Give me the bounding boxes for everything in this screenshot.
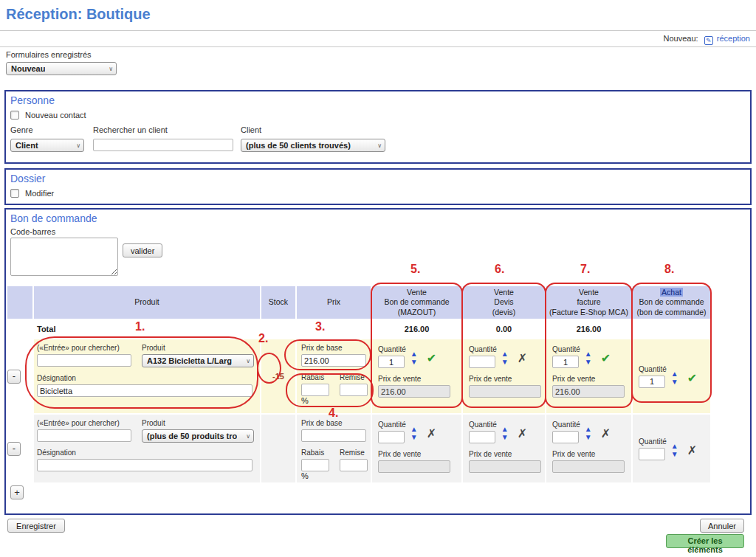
spinner-down-icon[interactable]: ▼ <box>671 378 678 386</box>
saved-forms-select[interactable]: Nouveau ∨ <box>6 62 117 75</box>
spinner-up-icon[interactable]: ▲ <box>585 350 592 358</box>
status-cross-icon: ✗ <box>687 443 697 457</box>
edit-icon: ✎ <box>704 36 713 45</box>
sale-price-label: Prix de vente <box>469 375 542 383</box>
remise-input[interactable] <box>340 459 368 471</box>
chevron-down-icon: ∨ <box>246 358 250 364</box>
sale-price-input[interactable] <box>378 385 450 398</box>
product-search-input[interactable] <box>37 429 131 442</box>
remove-row-button[interactable]: - <box>7 442 21 456</box>
column-header-achat: Achat Bon de commande (bon de commande) <box>633 286 710 319</box>
quantity-label: Quantité <box>469 421 497 429</box>
quantity-spinner: ▲ ▼ <box>585 350 592 366</box>
quantity-input[interactable] <box>552 356 579 368</box>
genre-value: Client <box>16 141 38 150</box>
sale-price-input[interactable] <box>469 460 541 473</box>
rabais-input[interactable] <box>301 384 329 396</box>
spinner-up-icon[interactable]: ▲ <box>671 442 678 450</box>
spinner-down-icon[interactable]: ▼ <box>501 433 509 441</box>
client-search-input[interactable] <box>93 139 233 151</box>
quantity-cell-vente-devis: Quantité ▲ ▼ ✗ Prix de vente <box>463 339 545 413</box>
produit-label: Produit <box>142 344 254 352</box>
quantity-spinner: ▲ ▼ <box>671 442 678 458</box>
new-reception-link[interactable]: Nouveau: ✎ réception <box>664 34 750 45</box>
divider <box>0 30 756 31</box>
rabais-input[interactable] <box>301 459 329 471</box>
base-price-input[interactable] <box>301 354 366 367</box>
designation-input[interactable] <box>37 459 252 471</box>
status-cross-icon: ✗ <box>427 426 436 440</box>
spinner-down-icon[interactable]: ▼ <box>501 358 509 366</box>
row-actions: - <box>7 339 32 413</box>
status-cross-icon: ✗ <box>601 426 611 440</box>
divider <box>0 46 756 47</box>
quantity-cell-vente-devis: Quantité ▲ ▼ ✗ Prix de vente <box>463 415 545 482</box>
spinner-up-icon[interactable]: ▲ <box>671 370 678 378</box>
product-select[interactable]: (plus de 50 produits tro ∨ <box>142 429 254 443</box>
remise-input[interactable] <box>340 384 368 396</box>
quantity-input[interactable] <box>639 448 665 460</box>
price-cell: Prix de base Rabais % Remise <box>297 415 371 482</box>
produit-label: Produit <box>142 419 254 427</box>
base-price-label: Prix de base <box>301 419 368 427</box>
reception-link-text: réception <box>717 34 750 43</box>
validate-button[interactable]: valider <box>123 243 162 257</box>
spinner-up-icon[interactable]: ▲ <box>410 350 418 358</box>
remise-label: Remise <box>340 373 368 381</box>
client-search-field: Rechercher un client <box>93 125 235 152</box>
sale-price-input[interactable] <box>552 460 625 473</box>
quantity-spinner: ▲ ▼ <box>501 350 509 366</box>
genre-field: Genre Client ∨ <box>10 125 87 152</box>
new-prefix-label: Nouveau: <box>664 34 698 43</box>
column-header-produit: Produit <box>34 286 260 319</box>
base-price-input[interactable] <box>301 429 366 442</box>
create-elements-button[interactable]: Créer les éléments <box>666 534 744 548</box>
spinner-up-icon[interactable]: ▲ <box>410 425 418 433</box>
client-select[interactable]: (plus de 50 clients trouvés) ∨ <box>241 139 385 152</box>
sale-price-input[interactable] <box>552 385 625 398</box>
cancel-button[interactable]: Annuler <box>700 519 744 533</box>
quantity-label: Quantité <box>552 421 580 429</box>
quantity-label: Quantité <box>378 421 406 429</box>
spinner-up-icon[interactable]: ▲ <box>501 425 509 433</box>
personne-section: Personne Nouveau contact Genre Client ∨ … <box>4 90 752 164</box>
spinner-up-icon[interactable]: ▲ <box>585 425 592 433</box>
search-hint-label: («Entrée» pour chercher) <box>37 344 131 352</box>
designation-input[interactable] <box>37 384 252 397</box>
product-select[interactable]: A132 Bicicletta L/Larg ∨ <box>142 354 254 367</box>
barcode-label: Code-barres <box>10 227 55 236</box>
quantity-cell-vente-facture: Quantité ▲ ▼ ✔ Prix de vente <box>546 339 631 413</box>
quantity-input[interactable] <box>469 431 495 443</box>
save-button[interactable]: Enregistrer <box>7 519 65 533</box>
remove-row-button[interactable]: - <box>7 370 21 384</box>
sale-price-input[interactable] <box>378 460 450 473</box>
total-vente-facture: 216.00 <box>546 320 631 338</box>
product-cell: («Entrée» pour chercher) Produit A132 Bi… <box>34 339 260 413</box>
spinner-down-icon[interactable]: ▼ <box>410 433 418 441</box>
new-contact-checkbox[interactable]: Nouveau contact <box>10 111 86 120</box>
quantity-input[interactable] <box>639 376 665 388</box>
add-row-button[interactable]: + <box>10 485 24 499</box>
barcode-textarea[interactable] <box>10 238 118 276</box>
spinner-down-icon[interactable]: ▼ <box>585 358 592 366</box>
product-search-input[interactable] <box>37 354 131 367</box>
spinner-up-icon[interactable]: ▲ <box>501 350 509 358</box>
spinner-down-icon[interactable]: ▼ <box>585 433 592 441</box>
spinner-down-icon[interactable]: ▼ <box>410 358 418 366</box>
quantity-input[interactable] <box>378 431 405 443</box>
spinner-down-icon[interactable]: ▼ <box>671 450 678 458</box>
quantity-spinner: ▲ ▼ <box>410 350 418 366</box>
saved-forms-label: Formulaires enregistrés <box>6 50 117 59</box>
quantity-input[interactable] <box>552 431 579 443</box>
personne-title: Personne <box>10 93 746 106</box>
sale-price-label: Prix de vente <box>378 375 458 383</box>
column-header-action <box>7 286 32 319</box>
sale-price-input[interactable] <box>469 385 541 398</box>
quantity-input[interactable] <box>469 356 495 368</box>
product-value: (plus de 50 produits tro <box>147 432 237 440</box>
quantity-label: Quantité <box>639 365 667 373</box>
modifier-checkbox[interactable]: Modifier <box>10 189 54 198</box>
quantity-input[interactable] <box>378 356 405 368</box>
genre-select[interactable]: Client ∨ <box>10 139 84 152</box>
genre-label: Genre <box>10 125 87 134</box>
